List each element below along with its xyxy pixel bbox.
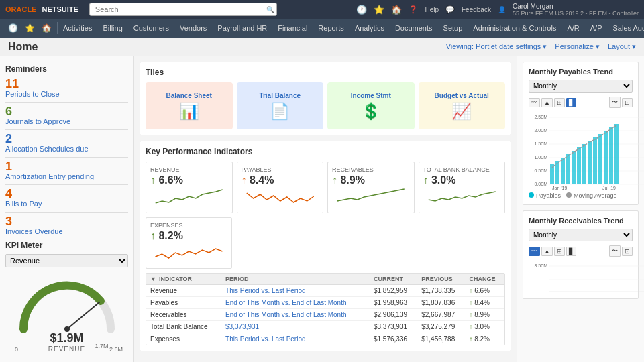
period-link-bank[interactable]: $3,373,931 bbox=[225, 323, 259, 330]
nav-billing[interactable]: Billing bbox=[97, 19, 127, 38]
reminder-number-amort: 1 bbox=[5, 160, 128, 172]
nav-ar[interactable]: A/R bbox=[561, 19, 584, 38]
nav-documents[interactable]: Documents bbox=[390, 19, 438, 38]
gauge-max: 2.6M bbox=[109, 346, 123, 353]
row-indicator-expenses: Expenses bbox=[146, 333, 221, 345]
row-change-payables: ↑ 8.4% bbox=[465, 297, 504, 309]
tile-income-stmt[interactable]: Income Stmt 💲 bbox=[327, 82, 415, 129]
chart-tool-area[interactable]: ▲ bbox=[541, 98, 553, 107]
nav-financial[interactable]: Financial bbox=[272, 19, 313, 38]
row-indicator-payables: Payables bbox=[146, 297, 221, 309]
expenses-arrow: ↑ bbox=[150, 230, 156, 241]
tile-icon-budget: 📈 bbox=[451, 102, 472, 121]
receivables-trend-select[interactable]: Monthly Quarterly Yearly bbox=[529, 229, 633, 241]
kpi-value-expenses: ↑ 8.2% bbox=[150, 230, 227, 242]
reminder-label-allocation[interactable]: Allocation Schedules due bbox=[5, 145, 128, 153]
reminder-label-periods[interactable]: Periods to Close bbox=[5, 90, 128, 98]
reminder-number-bills: 4 bbox=[5, 188, 128, 200]
change-arrow-revenue: ↑ bbox=[469, 287, 472, 294]
tile-balance-sheet[interactable]: Balance Sheet 📊 bbox=[146, 82, 233, 129]
rchart-tool-line[interactable]: 〰 bbox=[529, 247, 540, 256]
tile-trial-balance[interactable]: Trial Balance 📄 bbox=[237, 82, 324, 129]
user-info: Carol Morgan 55 Pure FF EM US 2019.2 - F… bbox=[513, 3, 639, 17]
feedback-icon[interactable]: 💬 bbox=[445, 5, 455, 14]
receivables-chart-toolbar: 〰 ▲ ⊞ ▊ 〜 ⊡ bbox=[529, 245, 633, 257]
rchart-tool-area[interactable]: ▲ bbox=[541, 247, 553, 256]
chart-tool-alt[interactable]: ⊡ bbox=[622, 98, 633, 107]
bank-sparkline bbox=[423, 186, 501, 206]
period-link-revenue[interactable]: This Period vs. Last Period bbox=[225, 287, 306, 294]
nav-vendors[interactable]: Vendors bbox=[174, 19, 212, 38]
reminder-invoices: 3 Invoices Overdue bbox=[5, 215, 128, 235]
search-bar[interactable]: 🔍 bbox=[89, 3, 277, 16]
nav-activities[interactable]: Activities bbox=[58, 19, 97, 38]
tile-budget-actual[interactable]: Budget vs Actual 📈 bbox=[419, 82, 506, 129]
home-nav-icon[interactable]: 🏠 bbox=[39, 22, 54, 34]
svg-rect-21 bbox=[588, 141, 592, 184]
rchart-tool-bar[interactable]: ▊ bbox=[566, 247, 576, 256]
nav-ap[interactable]: A/P bbox=[585, 19, 608, 38]
tile-icon-balance: 📊 bbox=[179, 102, 199, 121]
chart-tool-wave[interactable]: 〜 bbox=[609, 97, 621, 108]
reminder-label-journals[interactable]: Journals to Approve bbox=[5, 117, 128, 125]
nav-admin[interactable]: Administration & Controls bbox=[468, 19, 561, 38]
rchart-tool-alt[interactable]: ⊡ bbox=[622, 247, 633, 256]
chart-tool-table[interactable]: ⊞ bbox=[554, 98, 565, 107]
filter-icon[interactable]: ▼ bbox=[150, 276, 156, 282]
period-link-payables[interactable]: End of This Month vs. End of Last Month bbox=[225, 299, 346, 306]
payables-trend-select[interactable]: Monthly Quarterly Yearly bbox=[529, 80, 633, 93]
gauge-min: 0 bbox=[15, 346, 18, 353]
kpi-value-bank: ↑ 3.0% bbox=[423, 174, 501, 186]
row-current-revenue: $1,852,959 bbox=[370, 285, 417, 297]
svg-text:2.00M: 2.00M bbox=[535, 128, 548, 133]
viewing-button[interactable]: Viewing: Portlet date settings ▾ bbox=[446, 42, 547, 51]
help-icon[interactable]: ❓ bbox=[409, 5, 418, 14]
table-row: Receivables End of This Month vs. End of… bbox=[146, 309, 504, 321]
personalize-button[interactable]: Personalize ▾ bbox=[555, 42, 600, 51]
bookmark-icon[interactable]: ⭐ bbox=[22, 22, 38, 34]
rchart-tool-wave[interactable]: 〜 bbox=[609, 245, 621, 257]
nav-reports[interactable]: Reports bbox=[313, 19, 350, 38]
nav-setup[interactable]: Setup bbox=[438, 19, 468, 38]
receivables-chart: 3.50M bbox=[529, 259, 644, 293]
payables-chart-toolbar: 〰 ▲ ⊞ ▊ 〜 ⊡ bbox=[529, 97, 633, 108]
left-sidebar: Reminders 11 Periods to Close 6 Journals… bbox=[0, 56, 134, 362]
svg-text:0.50M: 0.50M bbox=[535, 168, 548, 173]
nav-analytics[interactable]: Analytics bbox=[350, 19, 390, 38]
payables-legend: Payables Moving Average bbox=[529, 192, 633, 199]
row-change-bank: ↑ 3.0% bbox=[465, 321, 504, 333]
star-icon[interactable]: ⭐ bbox=[374, 5, 384, 15]
rchart-tool-table[interactable]: ⊞ bbox=[554, 247, 565, 256]
gauge-mid: 1.7M bbox=[95, 343, 108, 349]
row-change-revenue: ↑ 6.6% bbox=[465, 285, 504, 297]
kpi-meter-select[interactable]: Revenue Payables Receivables bbox=[5, 254, 128, 267]
payables-legend-payables: Payables bbox=[529, 192, 561, 199]
search-input[interactable] bbox=[89, 3, 277, 16]
recent-icon[interactable]: 🕐 bbox=[5, 22, 21, 34]
chart-tool-line[interactable]: 〰 bbox=[529, 98, 540, 107]
reminder-label-amort[interactable]: Amortization Entry pending bbox=[5, 172, 128, 180]
svg-text:2.50M: 2.50M bbox=[535, 115, 548, 119]
row-previous-revenue: $1,738,335 bbox=[417, 285, 465, 297]
svg-rect-15 bbox=[555, 161, 559, 184]
reminder-allocation: 2 Allocation Schedules due bbox=[5, 133, 128, 153]
page-title: Home bbox=[8, 41, 38, 53]
home-icon[interactable]: 🏠 bbox=[391, 5, 402, 15]
clock-icon[interactable]: 🕐 bbox=[356, 5, 367, 15]
kpi-label-bank: TOTAL BANK BALANCE bbox=[423, 166, 501, 173]
period-link-expenses[interactable]: This Period vs. Last Period bbox=[225, 335, 306, 343]
row-period-receivables: End of This Month vs. End of Last Month bbox=[221, 309, 370, 321]
nav-bar: 🕐 ⭐ 🏠 Activities Billing Customers Vendo… bbox=[0, 19, 644, 38]
reminder-label-invoices[interactable]: Invoices Overdue bbox=[5, 227, 128, 235]
reminder-label-bills[interactable]: Bills to Pay bbox=[5, 200, 128, 208]
layout-button[interactable]: Layout ▾ bbox=[608, 42, 636, 51]
nav-payroll[interactable]: Payroll and HR bbox=[212, 19, 272, 38]
row-period-bank: $3,373,931 bbox=[221, 321, 370, 333]
chart-tool-bar[interactable]: ▊ bbox=[566, 98, 576, 107]
tile-label-income: Income Stmt bbox=[351, 92, 391, 99]
user-icon: 👤 bbox=[498, 6, 506, 13]
nav-sales-audit[interactable]: Sales Audit bbox=[607, 19, 644, 38]
reminder-periods: 11 Periods to Close bbox=[5, 78, 128, 98]
nav-customers[interactable]: Customers bbox=[128, 19, 174, 38]
period-link-receivables[interactable]: End of This Month vs. End of Last Month bbox=[225, 311, 346, 318]
